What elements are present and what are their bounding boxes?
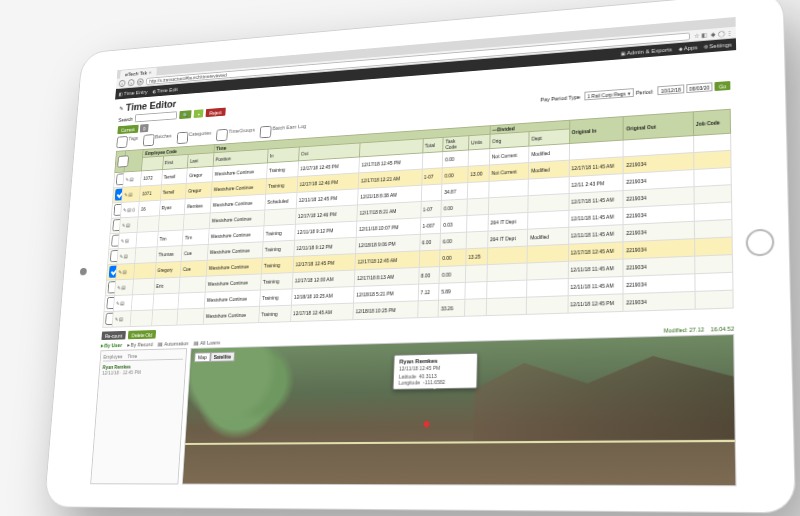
map[interactable]: Map Satellite Ryan Remkes 12/11/18 12:45… [182, 334, 737, 486]
tab-loans[interactable]: ▤All Loans [194, 340, 221, 346]
browser-actions: ☆ ◧ ◆ ◯ ⋮ [693, 29, 733, 39]
forward-icon[interactable]: › [128, 79, 135, 86]
cell-total: 1-07 [420, 200, 441, 217]
tab-by-user[interactable]: ▸By User [101, 342, 123, 348]
cell-in: Training [259, 305, 292, 322]
col-total[interactable]: Total [422, 137, 443, 153]
reject-button[interactable]: Reject [206, 108, 226, 117]
row-select[interactable] [111, 202, 121, 218]
nav-time-entry[interactable]: ◧Time Entry [119, 89, 148, 97]
page-body: ✎ Time Editor Search 🔍 + Reject Current … [85, 50, 743, 486]
nav-settings[interactable]: ⚙Settings [704, 42, 732, 50]
row-select[interactable] [112, 187, 122, 203]
cell-in [264, 208, 296, 226]
reload-icon[interactable]: ⟳ [137, 78, 144, 86]
row-actions[interactable]: ✎▤ [114, 279, 133, 295]
row-select[interactable] [114, 172, 124, 188]
search-input[interactable] [135, 111, 177, 122]
row-actions[interactable]: ✎▤ [123, 171, 142, 187]
row-actions[interactable]: ✎▤ [121, 186, 140, 202]
cell-code [137, 216, 159, 233]
cell-first: Thomas [156, 246, 183, 263]
nav-time-edit[interactable]: ◐Time Edit [152, 87, 178, 94]
cell-task: 0.00 [439, 266, 466, 284]
subnav-batches[interactable]: Batches [143, 133, 172, 147]
col-orig-in[interactable]: Original In [569, 117, 624, 144]
star-icon[interactable]: ☆ [693, 32, 699, 39]
cell-last [178, 292, 205, 309]
tab-by-record[interactable]: ▸By Record [127, 341, 153, 347]
subnav-categories[interactable]: Categories [176, 130, 211, 144]
date-from[interactable]: 10/12/18 [658, 84, 684, 95]
cell-out: 12/17/18 12:45 AM [290, 303, 353, 322]
cell-job [695, 272, 733, 291]
period-label: Pay Period Type [540, 94, 580, 103]
cell-last: Cue [180, 260, 207, 277]
cell-in: Scheduled [265, 192, 297, 210]
row-select[interactable] [104, 296, 114, 312]
row-actions[interactable]: ✎▤ [119, 217, 138, 233]
tag-current[interactable]: Current [117, 125, 138, 134]
plus-icon: + [197, 111, 200, 117]
col-job[interactable]: Job Code [693, 109, 730, 135]
period-select[interactable]: 1 Rail Corp Regs ▾ [584, 88, 634, 100]
profile-icon[interactable]: ◯ [718, 30, 724, 37]
cell-job [694, 219, 732, 238]
cell-dept: 264 IT Dept [488, 212, 528, 231]
row-actions[interactable]: ✎▤ [118, 232, 137, 248]
cell-dept [487, 263, 528, 282]
nav-apps[interactable]: ◆Apps [678, 44, 697, 51]
row-select[interactable] [109, 233, 119, 249]
cell-task: 0.00 [440, 249, 467, 267]
search-label: Search [118, 116, 133, 122]
subnav-timegroups[interactable]: TimeGroups [216, 127, 255, 141]
row-actions[interactable]: ✎▤ [116, 263, 135, 279]
cell-out2: 2219034 [623, 291, 695, 311]
cell-more: 13.00 [468, 165, 489, 183]
delete-old-button[interactable]: Delete Old [128, 330, 156, 339]
cell-task: 0.00 [442, 150, 468, 168]
cell-in2: 12/11/18 11:45 AM [568, 276, 624, 295]
subnav-earnlog[interactable]: Batch Earn Log [260, 123, 307, 138]
add-button[interactable]: + [194, 109, 204, 118]
search-button[interactable]: 🔍 [180, 110, 192, 119]
row-actions[interactable]: ✎▤⎙ [120, 201, 139, 217]
back-icon[interactable]: ‹ [119, 79, 126, 86]
menu-icon[interactable]: ⋮ [726, 29, 732, 36]
col-units[interactable]: Units [469, 134, 490, 150]
row-actions[interactable]: ✎▤ [117, 248, 136, 264]
map-btn-map[interactable]: Map [194, 352, 210, 362]
extension-icon[interactable]: ◧ [701, 31, 707, 38]
row-select[interactable] [110, 218, 120, 234]
close-icon[interactable]: × [149, 69, 152, 74]
cell-total: 1-007 [420, 217, 441, 234]
date-to[interactable]: 08/03/20 [686, 82, 713, 93]
cell-position: Westshore Continue [204, 290, 260, 308]
row-select[interactable] [103, 311, 113, 327]
tab-automation[interactable]: ▤Automation [158, 340, 189, 347]
cell-job [695, 290, 733, 309]
cell-task: 0.03 [441, 216, 467, 234]
cell-last: Tim [182, 229, 209, 246]
go-button[interactable]: Go [715, 81, 731, 91]
subnav-tags[interactable]: Tags [116, 135, 138, 148]
map-btn-satellite[interactable]: Satellite [210, 352, 235, 362]
row-select[interactable] [108, 249, 118, 265]
cell-total: 8.00 [418, 267, 439, 285]
row-select[interactable] [105, 280, 115, 296]
row-actions[interactable]: ✎▤ [113, 295, 133, 311]
extension-icon[interactable]: ◆ [710, 30, 716, 37]
row-select[interactable] [106, 264, 116, 280]
recount-button[interactable]: Re-count [101, 331, 126, 340]
cell-dept [486, 280, 527, 299]
cell-dept [488, 196, 528, 215]
cell-in2: 12/11/18 11:45 AM [568, 259, 624, 278]
cell-first: Tim [157, 230, 184, 247]
cell-total [417, 300, 438, 318]
cell-more [467, 198, 488, 216]
row-actions[interactable]: ✎▤ [112, 311, 132, 327]
cell-job [694, 237, 732, 256]
tag-count[interactable]: 0 [139, 124, 149, 133]
cell-task: 0.00 [442, 166, 468, 184]
meta-modified: Modified: 27.12 [664, 326, 705, 333]
